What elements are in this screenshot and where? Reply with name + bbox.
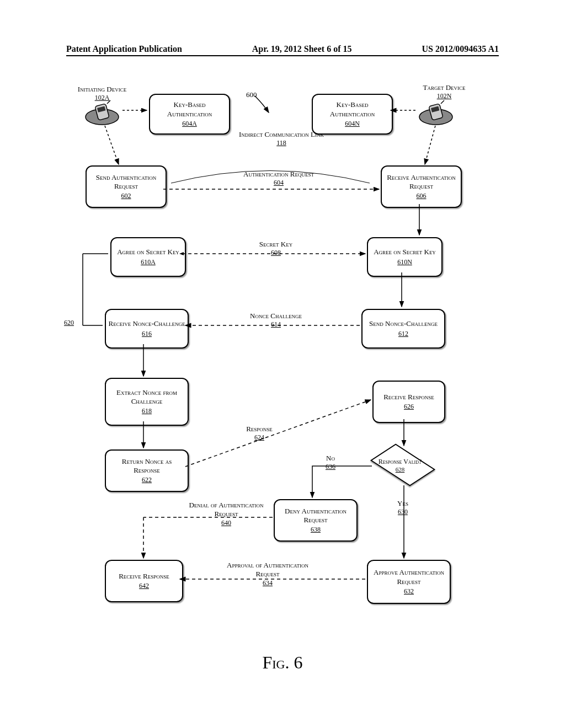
no-label: No636: [326, 454, 335, 471]
response-label: Response624: [232, 425, 287, 442]
node-deny: Deny Authentication Request638: [274, 499, 358, 542]
node-recv-response: Receive Response626: [372, 381, 445, 423]
node-recv-auth: Receive Authentication Request606: [381, 165, 462, 208]
initiating-device-icon: [83, 99, 121, 127]
nonce-challenge-label: Nonce Challenge614: [243, 312, 309, 329]
header-right: US 2012/0094635 A1: [422, 44, 499, 54]
flowchart-diagram: Initiating Device 102A Target Device 102…: [33, 88, 530, 684]
header-left: Patent Application Publication: [66, 44, 182, 54]
side-ref-620: 620: [64, 319, 74, 327]
node-extract-nonce: Extract Nonce from Challenge618: [105, 378, 189, 426]
node-send-auth: Send Authentication Request602: [86, 165, 167, 208]
header-center: Apr. 19, 2012 Sheet 6 of 15: [252, 44, 352, 54]
node-agree-a: Agree on Secret Key610A: [110, 237, 186, 277]
svg-line-7: [441, 100, 444, 104]
target-device-icon: [417, 99, 455, 127]
node-key-auth-a: Key-Based Authentication604A: [149, 94, 230, 135]
target-device-label: Target Device 102N: [408, 83, 480, 100]
node-response-valid: Response Valid?628: [370, 447, 430, 485]
node-key-auth-n: Key-Based Authentication604N: [312, 94, 393, 135]
figure-caption: Fig. 6: [0, 652, 565, 673]
node-return-nonce: Return Nonce as Response622: [105, 449, 189, 492]
page-header: Patent Application Publication Apr. 19, …: [66, 44, 499, 56]
auth-request-label: Authentication Request604: [237, 170, 320, 187]
node-recv-nonce: Receive Nonce-Challenge616: [105, 309, 189, 349]
secret-key-label: Secret Key608: [248, 240, 303, 257]
node-agree-n: Agree on Secret Key610N: [367, 237, 443, 277]
approval-label: Approval of Authentication Request634: [223, 561, 312, 587]
diagram-ref-label: 600: [246, 90, 257, 99]
page: Patent Application Publication Apr. 19, …: [0, 0, 565, 728]
node-send-nonce: Send Nonce-Challenge612: [361, 309, 445, 349]
indirect-link-label: Indirect Communication Link118: [237, 130, 326, 147]
yes-label: Yes630: [397, 499, 408, 516]
node-approve: Approve Authentication Request632: [367, 560, 451, 604]
initiating-device-label: Initiating Device 102A: [66, 85, 138, 102]
denial-label: Denial of Authentication Request640: [185, 501, 268, 527]
node-recv-resp2: Receive Response642: [105, 560, 183, 602]
